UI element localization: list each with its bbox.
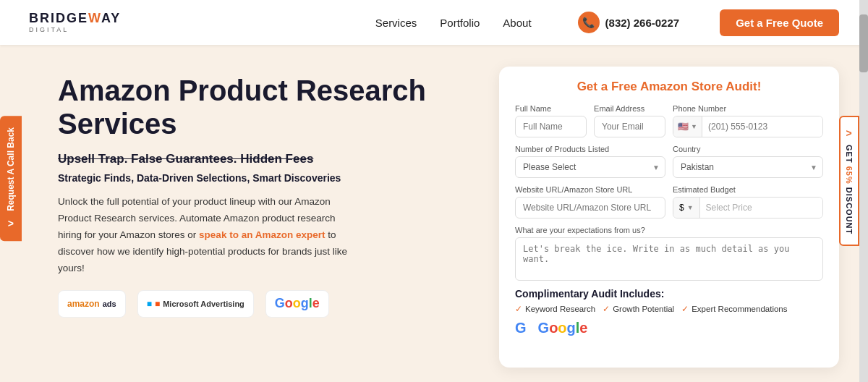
phone-flag: 🇺🇸 ▼	[673, 116, 702, 137]
phone-label: Phone Number	[673, 104, 823, 113]
nav-links: Services Portfolio About 📞 (832) 266-022…	[375, 9, 839, 36]
email-label: Email Address	[594, 104, 665, 113]
google-logo: Google	[265, 290, 329, 318]
hero-section: Amazon Product Research Services Upsell …	[58, 67, 470, 368]
phone-group: Phone Number 🇺🇸 ▼	[673, 104, 823, 137]
get-free-quote-button[interactable]: Get a Free Quote	[720, 9, 839, 36]
products-select-wrap: Please Select 1-10 11-50 51-100 100+ ▼	[515, 156, 665, 178]
discount-tab[interactable]: > GET 65% DISCOUNT	[839, 116, 859, 246]
microsoft-ads-logo: ■ ■ Microsoft Advertising	[137, 290, 254, 318]
audit-item-expert: ✓ Expert Recommendations	[681, 304, 787, 314]
check-icon-growth: ✓	[603, 304, 610, 314]
check-icon-expert: ✓	[681, 304, 689, 314]
amazon-expert-link[interactable]: speak to an Amazon expert	[199, 229, 325, 240]
full-name-group: Full Name	[515, 104, 587, 137]
country-label: Country	[673, 145, 823, 153]
website-group: Website URL/Amazon Store URL	[515, 185, 665, 218]
left-arrow-icon: <	[8, 218, 14, 229]
audit-title: Complimentary Audit Includes:	[515, 288, 823, 300]
country-select-wrap: Pakistan USA UK ▼	[673, 156, 823, 178]
products-group: Number of Products Listed Please Select …	[515, 145, 665, 178]
website-label: Website URL/Amazon Store URL	[515, 185, 665, 194]
request-call-back-tab[interactable]: < Request A Call Back	[0, 116, 22, 241]
main-content: Amazon Product Research Services Upsell …	[0, 45, 868, 382]
brand-logos: amazon ads ■ ■ Microsoft Advertising Goo…	[58, 290, 470, 318]
logo-sub: DIGITAL	[29, 26, 121, 33]
logo: BRIDGEWAY DIGITAL	[29, 12, 121, 33]
right-arrow-icon: >	[846, 127, 852, 139]
full-name-label: Full Name	[515, 104, 587, 113]
budget-select[interactable]: Select Price $100-$500 $500-$1000 $1000+	[700, 198, 822, 218]
products-label: Number of Products Listed	[515, 145, 665, 153]
nav-portfolio[interactable]: Portfolio	[440, 17, 480, 29]
phone-number: 📞 (832) 266-0227	[578, 12, 680, 33]
google-g-logo: G	[515, 320, 527, 336]
navbar: BRIDGEWAY DIGITAL Services Portfolio Abo…	[0, 0, 868, 45]
country-select[interactable]: Pakistan USA UK	[673, 156, 823, 178]
logo-ay: AY	[101, 11, 121, 25]
check-icon-keyword: ✓	[515, 304, 522, 314]
hero-description: Unlock the full potential of your produc…	[58, 194, 362, 277]
nav-about[interactable]: About	[503, 17, 531, 29]
form-row-3: Website URL/Amazon Store URL Estimated B…	[515, 185, 823, 218]
country-group: Country Pakistan USA UK ▼	[673, 145, 823, 178]
phone-input-wrap: 🇺🇸 ▼	[673, 116, 823, 137]
email-input[interactable]	[594, 116, 665, 137]
form-row-2: Number of Products Listed Please Select …	[515, 145, 823, 178]
budget-currency: $ ▼	[673, 198, 700, 218]
website-input[interactable]	[515, 197, 665, 218]
logo-bridge: BRIDGE	[29, 11, 88, 25]
upsell-line: Upsell Trap. False Guarantees. Hidden Fe…	[58, 152, 470, 166]
audit-form: Get a Free Amazon Store Audit! Full Name…	[499, 67, 839, 368]
discount-percent: 65%	[845, 166, 854, 184]
nav-services[interactable]: Services	[375, 17, 417, 29]
tagline: Strategic Finds, Data-Driven Selections,…	[58, 172, 470, 184]
expectations-label: What are your expectations from us?	[515, 226, 823, 234]
scrollbar-thumb	[859, 14, 868, 72]
hero-title: Amazon Product Research Services	[58, 74, 470, 140]
phone-input[interactable]	[702, 116, 822, 137]
audit-logos: G Google	[515, 320, 823, 336]
flag-emoji: 🇺🇸	[678, 122, 689, 132]
budget-label: Estimated Budget	[673, 185, 823, 194]
products-select[interactable]: Please Select 1-10 11-50 51-100 100+	[515, 156, 665, 178]
expectations-group: What are your expectations from us?	[515, 226, 823, 281]
budget-input-wrap: $ ▼ Select Price $100-$500 $500-$1000 $1…	[673, 197, 823, 218]
expectations-textarea[interactable]	[515, 237, 823, 281]
phone-icon: 📞	[578, 12, 600, 33]
audit-item-growth: ✓ Growth Potential	[603, 304, 674, 314]
email-group: Email Address	[594, 104, 665, 137]
logo-way: W	[88, 11, 101, 25]
scrollbar[interactable]	[859, 0, 868, 382]
audit-item-keyword: ✓ Keyword Research	[515, 304, 595, 314]
full-name-input[interactable]	[515, 116, 587, 137]
form-row-1: Full Name Email Address Phone Number 🇺🇸 …	[515, 104, 823, 137]
audit-items: ✓ Keyword Research ✓ Growth Potential ✓ …	[515, 304, 823, 314]
budget-group: Estimated Budget $ ▼ Select Price $100-$…	[673, 185, 823, 218]
amazon-ads-logo: amazon ads	[58, 290, 126, 318]
form-title: Get a Free Amazon Store Audit!	[515, 80, 823, 94]
